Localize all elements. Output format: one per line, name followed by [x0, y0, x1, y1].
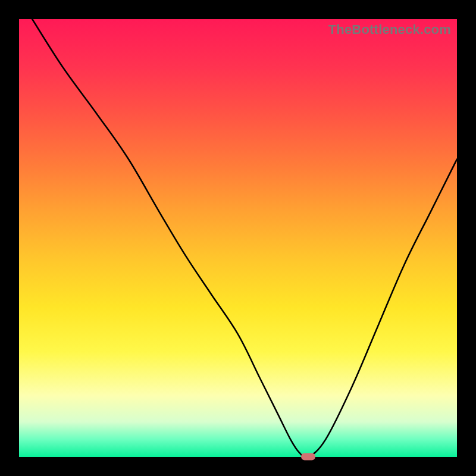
- chart-frame: TheBottleneck.com: [0, 0, 476, 476]
- chart-plot-area: TheBottleneck.com: [19, 19, 457, 457]
- bottleneck-curve: [32, 19, 457, 457]
- chart-curve-svg: [19, 19, 457, 457]
- optimal-point-marker: [301, 453, 315, 460]
